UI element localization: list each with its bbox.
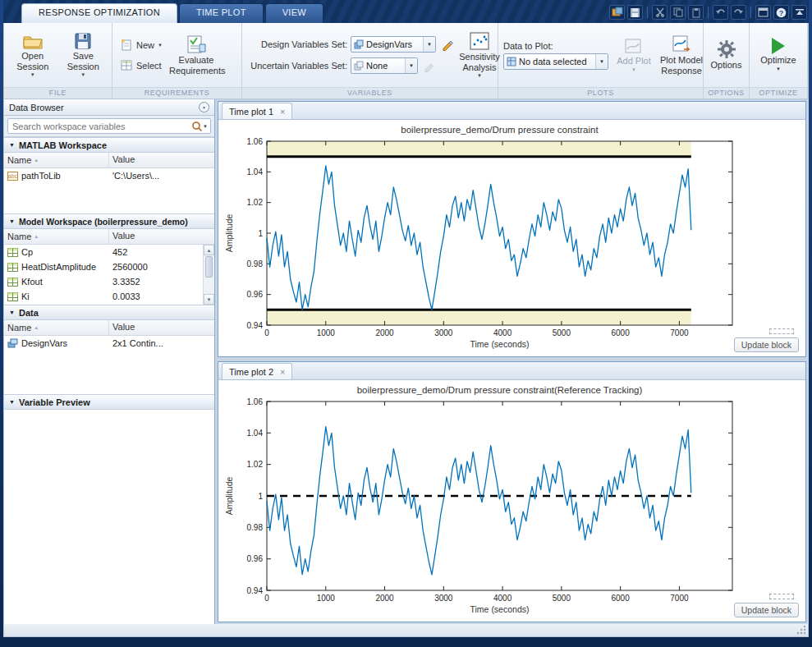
snapshot-icon[interactable] — [609, 5, 625, 20]
time-plot-1-tab[interactable]: Time plot 1 × — [222, 103, 292, 119]
table-row[interactable]: HeatDistAmplitude 2560000 — [4, 259, 214, 274]
search-icon[interactable] — [191, 121, 203, 132]
data-to-plot-combo[interactable]: No data selected ▼ — [503, 53, 608, 70]
edit-design-variables-icon[interactable] — [439, 37, 454, 52]
save-icon[interactable] — [627, 5, 643, 20]
tab-time-plot[interactable]: TIME PLOT — [179, 3, 264, 23]
scroll-down-icon[interactable]: ▼ — [204, 294, 214, 305]
collapse-icon: ▼ — [9, 142, 15, 148]
sensitivity-analysis-label: Sensitivity Analysis — [454, 52, 505, 72]
table-row[interactable]: Kfout 3.3352 — [4, 274, 214, 289]
close-icon[interactable]: × — [280, 367, 285, 377]
svg-text:0.98: 0.98 — [247, 259, 264, 268]
ribbon-section-file: Open Session ▼ Save Session ▼ FILE — [4, 23, 112, 99]
title-bar: RESPONSE OPTIMIZATION TIME PLOT VIEW — [3, 0, 809, 23]
svg-text:2000: 2000 — [375, 594, 394, 603]
window-layout-icon[interactable] — [755, 5, 771, 20]
select-label: Select — [136, 61, 162, 71]
svg-text:0: 0 — [264, 594, 269, 603]
sensitivity-analysis-icon — [469, 31, 490, 51]
svg-text:4000: 4000 — [493, 594, 512, 603]
tab-response-optimization[interactable]: RESPONSE OPTIMIZATION — [21, 3, 177, 23]
variable-preview-header[interactable]: ▼ Variable Preview — [4, 394, 214, 410]
workspace-search-box[interactable]: ▼ — [7, 118, 211, 134]
svg-text:Time (seconds): Time (seconds) — [470, 604, 530, 614]
select-grid-icon — [121, 59, 133, 71]
sensitivity-analysis-button[interactable]: Sensitivity Analysis ▼ — [457, 30, 502, 80]
scrollbar-thumb[interactable] — [205, 256, 213, 278]
copy-icon[interactable] — [670, 5, 686, 20]
svg-text:abc: abc — [8, 173, 18, 179]
section-label-options: OPTIONS — [704, 87, 749, 99]
svg-text:1000: 1000 — [317, 328, 336, 337]
help-icon[interactable]: ? — [773, 5, 789, 20]
add-plot-icon — [624, 37, 644, 55]
time-plot-2-tab[interactable]: Time plot 2 × — [222, 363, 292, 379]
column-header-name[interactable]: Name▲ — [4, 153, 109, 167]
search-options-arrow-icon[interactable]: ▼ — [203, 124, 208, 129]
tab-view[interactable]: VIEW — [265, 3, 323, 23]
svg-text:4000: 4000 — [493, 328, 512, 337]
time-plot-2-tabbar: Time plot 2 × — [218, 362, 805, 380]
section-label-file: FILE — [4, 87, 112, 99]
toolbar-separator — [647, 7, 648, 18]
column-header-name[interactable]: Name▲ — [4, 229, 109, 244]
close-icon[interactable]: × — [280, 107, 285, 117]
update-block-button-1[interactable]: Update block — [734, 337, 799, 352]
dropdown-arrow-icon: ▼ — [30, 72, 35, 78]
update-block-button-2[interactable]: Update block — [734, 603, 799, 617]
new-document-icon — [121, 39, 133, 51]
time-plot-1-panel: Time plot 1 × 01000200030004000500060007… — [218, 101, 806, 357]
plot-model-response-label: Plot Model Response — [659, 55, 704, 76]
scrollbar[interactable]: ▲ ▼ — [203, 245, 214, 305]
model-workspace-header[interactable]: ▼ Model Workspace (boilerpressure_demo) — [4, 213, 214, 229]
column-header-value[interactable]: Value — [109, 153, 214, 167]
new-label: New — [136, 40, 154, 50]
table-row[interactable]: Cp 452 — [4, 245, 214, 259]
sort-asc-icon: ▲ — [34, 234, 39, 239]
table-row[interactable]: DesignVars 2x1 Contin... — [4, 336, 214, 351]
search-input[interactable] — [11, 121, 191, 132]
dropdown-arrow-icon: ▼ — [80, 72, 85, 78]
plot-model-response-icon — [672, 34, 691, 54]
undo-icon[interactable] — [713, 5, 728, 20]
select-requirement-button[interactable]: Select — [117, 57, 166, 73]
design-vars-icon — [7, 338, 18, 348]
matlab-workspace-header[interactable]: ▼ MATLAB Workspace — [4, 137, 214, 153]
paste-icon[interactable] — [688, 5, 704, 20]
optimize-button[interactable]: Optimize ▼ — [756, 36, 801, 74]
collapse-icon: ▼ — [9, 310, 15, 315]
uncertain-variables-combo[interactable]: None ▼ — [351, 57, 418, 74]
open-session-button[interactable]: Open Session ▼ — [9, 30, 57, 80]
svg-text:1.04: 1.04 — [247, 167, 264, 177]
plot-model-response-button[interactable]: Plot Model Response — [659, 33, 704, 77]
optimize-label: Optimize — [760, 55, 796, 66]
column-header-name[interactable]: Name▲ — [4, 320, 109, 335]
svg-text:?: ? — [779, 8, 784, 16]
numeric-variable-icon — [7, 248, 18, 257]
options-button[interactable]: Options — [704, 38, 749, 72]
uncertain-variables-label: Uncertain Variables Set: — [247, 61, 347, 71]
svg-text:1.06: 1.06 — [247, 137, 264, 146]
data-section-header[interactable]: ▼ Data — [4, 305, 214, 320]
svg-text:1.02: 1.02 — [247, 460, 264, 469]
resize-grip[interactable] — [796, 625, 806, 635]
ribbon-section-optimize: Optimize ▼ OPTIMIZE — [750, 23, 808, 99]
redo-icon[interactable] — [731, 5, 746, 20]
column-header-value[interactable]: Value — [109, 229, 214, 244]
save-session-button[interactable]: Save Session ▼ — [60, 30, 108, 80]
data-browser-menu-icon[interactable]: ▼ — [199, 102, 209, 112]
column-header-value[interactable]: Value — [109, 320, 214, 335]
table-row[interactable]: abcpathToLib 'C:\Users\... — [4, 168, 214, 183]
add-plot-button[interactable]: Add Plot ▼ — [612, 35, 656, 75]
design-variables-combo[interactable]: DesignVars ▼ — [351, 36, 436, 53]
evaluate-requirements-button[interactable]: Evaluate Requirements — [169, 33, 223, 77]
minimize-ribbon-icon[interactable] — [791, 5, 807, 20]
cut-icon[interactable] — [652, 5, 667, 20]
svg-text:0.98: 0.98 — [247, 523, 264, 532]
table-row[interactable]: Ki 0.0033 — [4, 289, 214, 304]
scroll-up-icon[interactable]: ▲ — [204, 245, 214, 255]
new-requirement-button[interactable]: New ▼ — [117, 37, 166, 53]
data-browser-title: Data Browser — [9, 103, 64, 112]
legend-placeholder — [769, 328, 794, 334]
